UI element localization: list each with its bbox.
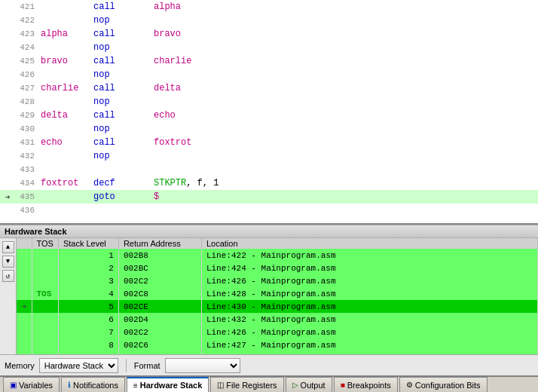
code-operand [151, 41, 538, 54]
stack-level: 1 [58, 249, 118, 262]
hw-stack-reset-button[interactable]: ↺ [2, 270, 14, 282]
code-label [38, 204, 90, 217]
code-label [38, 41, 90, 54]
hw-stack-title: Hardware Stack [5, 227, 67, 236]
hardware-stack-panel: Hardware Stack ▲ ▼ ↺ TOS Stack Level Ret… [0, 225, 538, 375]
code-label: delta [38, 109, 90, 122]
stack-arrow-cell [17, 262, 32, 274]
hardware-stack-tab-label: Hardware Stack [140, 381, 203, 390]
code-label [38, 14, 90, 27]
notifications-tab-label: Notifications [73, 381, 118, 390]
code-row: 432nop [0, 149, 538, 163]
code-operand [151, 204, 538, 217]
stack-return-address: 002BC [118, 262, 201, 274]
hardware-stack-tab-icon: ≡ [133, 381, 138, 390]
hw-stack-up-button[interactable]: ▲ [2, 241, 14, 253]
col-tos: TOS [32, 238, 58, 249]
code-row: 430nop [0, 122, 538, 136]
format-label: Format [134, 361, 160, 370]
stack-table: TOS Stack Level Return Address Location … [17, 238, 538, 354]
code-arrow [0, 176, 15, 190]
format-dropdown[interactable] [165, 358, 240, 373]
code-mnemonic: call [90, 136, 151, 149]
tab-configuration-bits[interactable]: ⚙Configuration Bits [399, 377, 488, 392]
code-label [38, 68, 90, 81]
code-row: 429deltacallecho [0, 109, 538, 122]
hw-stack-table-wrap: TOS Stack Level Return Address Location … [17, 238, 538, 354]
line-number: 436 [15, 204, 38, 217]
configuration-bits-tab-label: Configuration Bits [415, 381, 481, 390]
code-mnemonic: nop [90, 68, 151, 81]
tab-variables[interactable]: ▣Variables [3, 377, 60, 392]
memory-dropdown[interactable]: Hardware Stack [39, 358, 118, 373]
tab-hardware-stack[interactable]: ≡Hardware Stack [127, 377, 209, 392]
code-operand [151, 163, 538, 176]
code-arrow: ➔ [0, 190, 15, 204]
code-arrow [0, 163, 15, 176]
code-arrow [0, 95, 15, 109]
tab-output[interactable]: ▷Output [286, 377, 332, 392]
stack-return-address: 002C2 [118, 326, 201, 338]
code-arrow [0, 81, 15, 95]
breakpoints-tab-label: Breakpoints [347, 381, 391, 390]
line-number: 428 [15, 95, 38, 109]
code-operand: bravo [151, 27, 538, 41]
code-operand [151, 149, 538, 163]
line-number: 421 [15, 0, 38, 14]
hw-stack-down-button[interactable]: ▼ [2, 256, 14, 268]
line-number: 433 [15, 163, 38, 176]
stack-arrow-cell [17, 326, 32, 338]
code-operand [151, 95, 538, 109]
stack-tos-marker [32, 338, 58, 351]
line-number: 435 [15, 190, 38, 204]
line-number: 424 [15, 41, 38, 54]
code-row: ➔435goto$ [0, 190, 538, 204]
col-location: Location [201, 238, 537, 249]
output-tab-icon: ▷ [292, 381, 298, 389]
tab-notifications[interactable]: ℹNotifications [61, 377, 125, 392]
line-number: 427 [15, 81, 38, 95]
code-arrow [0, 41, 15, 54]
code-mnemonic: call [90, 81, 151, 95]
line-number: 429 [15, 109, 38, 122]
code-mnemonic: call [90, 109, 151, 122]
code-row: 433 [0, 163, 538, 176]
code-arrow [0, 0, 15, 14]
code-label: echo [38, 136, 90, 149]
code-label: bravo [38, 54, 90, 68]
code-operand [151, 14, 538, 27]
tab-breakpoints[interactable]: ■Breakpoints [334, 377, 398, 392]
tab-file-registers[interactable]: ◫File Registers [210, 377, 283, 392]
output-tab-label: Output [301, 381, 326, 390]
code-arrow [0, 54, 15, 68]
code-mnemonic: nop [90, 41, 151, 54]
code-mnemonic [90, 204, 151, 217]
code-area: 421callalpha422nop423alphacallbravo424no… [0, 0, 538, 225]
stack-row: ➔5002CELine:430 - Mainprogram.asm [17, 300, 538, 313]
stack-location: Line:422 - Mainprogram.asm [201, 249, 537, 262]
col-arrow [17, 238, 32, 249]
stack-tos-marker: TOS [32, 287, 58, 300]
stack-tos-marker [32, 313, 58, 326]
stack-level: 7 [58, 326, 118, 338]
line-number: 431 [15, 136, 38, 149]
code-label [38, 122, 90, 136]
stack-return-address: 002C8 [118, 287, 201, 300]
code-row: 431echocallfoxtrot [0, 136, 538, 149]
stack-level: 2 [58, 262, 118, 274]
stack-location: Line:424 - Mainprogram.asm [201, 262, 537, 274]
line-number: 426 [15, 68, 38, 81]
stack-arrow-cell: ➔ [17, 300, 32, 313]
code-operand: $ [151, 190, 538, 204]
stack-tos-marker [32, 262, 58, 274]
stack-return-address: 002CE [118, 300, 201, 313]
stack-location: Line:430 - Mainprogram.asm [201, 300, 537, 313]
code-mnemonic: call [90, 27, 151, 41]
bottom-tabs: ▣VariablesℹNotifications≡Hardware Stack◫… [0, 375, 538, 392]
code-row: 422nop [0, 14, 538, 27]
stack-tos-marker [32, 326, 58, 338]
code-row: 424nop [0, 41, 538, 54]
line-number: 423 [15, 27, 38, 41]
code-row: 427charliecalldelta [0, 81, 538, 95]
memory-label: Memory [5, 361, 35, 370]
